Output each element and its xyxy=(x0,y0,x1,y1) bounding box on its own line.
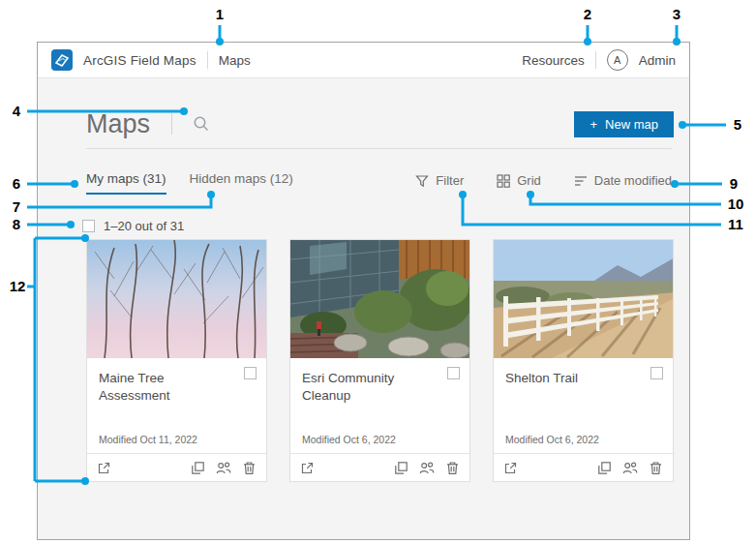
delete-icon[interactable] xyxy=(649,461,663,475)
card-thumbnail-trees[interactable] xyxy=(87,240,266,358)
result-count: 1–20 out of 31 xyxy=(104,219,184,233)
sort-icon xyxy=(574,174,588,188)
card-checkbox[interactable] xyxy=(447,367,460,379)
arcgis-logo-icon xyxy=(51,49,73,71)
card-modified-date: Modified Oct 6, 2022 xyxy=(302,434,396,445)
content-area: Maps + New map My maps (31) Hidden maps … xyxy=(38,78,689,539)
title-divider xyxy=(171,113,172,135)
callout-3: 3 xyxy=(673,6,680,22)
callout-4: 4 xyxy=(13,103,20,119)
header-divider xyxy=(595,51,596,69)
card-thumbnail-campus[interactable] xyxy=(290,240,469,358)
duplicate-icon[interactable] xyxy=(394,461,408,475)
duplicate-icon[interactable] xyxy=(191,461,205,475)
resources-link[interactable]: Resources xyxy=(522,53,585,68)
delete-icon[interactable] xyxy=(445,461,460,475)
delete-icon[interactable] xyxy=(242,461,257,475)
sort-label: Date modified xyxy=(594,173,672,188)
screenshot-root: ArcGIS Field Maps Maps Resources A Admin… xyxy=(0,0,756,544)
map-card: Shelton Trail Modified Oct 6, 2022 xyxy=(493,239,674,482)
tab-my-maps[interactable]: My maps (31) xyxy=(86,171,166,195)
filter-control[interactable]: Filter xyxy=(415,173,464,188)
callout-1: 1 xyxy=(216,6,224,22)
app-header: ArcGIS Field Maps Maps Resources A Admin xyxy=(38,43,689,78)
callout-10: 10 xyxy=(728,196,744,212)
share-group-icon[interactable] xyxy=(419,461,435,475)
card-title: Maine Tree Assessment xyxy=(99,371,194,403)
callout-8: 8 xyxy=(13,216,20,232)
callout-7: 7 xyxy=(13,198,20,215)
grid-label: Grid xyxy=(517,173,541,188)
new-map-label: New map xyxy=(605,117,658,132)
share-group-icon[interactable] xyxy=(622,461,638,475)
grid-view-control[interactable]: Grid xyxy=(497,173,541,188)
header-divider xyxy=(207,51,208,69)
callout-2: 2 xyxy=(584,6,591,22)
sort-control[interactable]: Date modified xyxy=(574,173,672,188)
callout-11: 11 xyxy=(728,216,743,232)
app-title: ArcGIS Field Maps xyxy=(83,53,197,68)
map-card: Esri Community Cleanup Modified Oct 6, 2… xyxy=(289,239,470,482)
avatar[interactable]: A xyxy=(607,49,628,71)
open-map-icon[interactable] xyxy=(97,461,111,475)
page-title: Maps xyxy=(86,109,150,139)
callout-12: 12 xyxy=(10,278,26,294)
duplicate-icon[interactable] xyxy=(597,461,612,475)
filter-icon xyxy=(415,174,429,188)
card-modified-date: Modified Oct 6, 2022 xyxy=(505,434,599,445)
card-checkbox[interactable] xyxy=(244,367,257,379)
new-map-button[interactable]: + New map xyxy=(574,111,674,137)
card-title: Shelton Trail xyxy=(505,371,601,385)
search-icon[interactable] xyxy=(192,114,211,134)
share-group-icon[interactable] xyxy=(216,461,231,475)
callout-6: 6 xyxy=(13,175,20,192)
open-map-icon[interactable] xyxy=(503,461,518,475)
grid-icon xyxy=(497,174,510,188)
card-thumbnail-trail[interactable] xyxy=(494,240,673,358)
card-title: Esri Community Cleanup xyxy=(302,371,394,403)
callout-5: 5 xyxy=(734,116,741,133)
tab-hidden-maps[interactable]: Hidden maps (12) xyxy=(190,171,293,193)
filter-label: Filter xyxy=(436,173,464,188)
user-menu[interactable]: Admin xyxy=(639,53,676,68)
callout-9: 9 xyxy=(730,175,738,192)
plus-icon: + xyxy=(590,117,597,132)
open-map-icon[interactable] xyxy=(300,461,315,475)
app-window: ArcGIS Field Maps Maps Resources A Admin… xyxy=(37,42,690,540)
card-grid: Maine Tree Assessment Modified Oct 11, 2… xyxy=(86,239,674,482)
map-card: Maine Tree Assessment Modified Oct 11, 2… xyxy=(86,239,267,482)
select-all-checkbox[interactable] xyxy=(82,220,95,232)
title-rule xyxy=(86,148,672,149)
card-checkbox[interactable] xyxy=(650,367,663,379)
card-modified-date: Modified Oct 11, 2022 xyxy=(99,434,197,445)
nav-item-maps[interactable]: Maps xyxy=(219,53,251,68)
